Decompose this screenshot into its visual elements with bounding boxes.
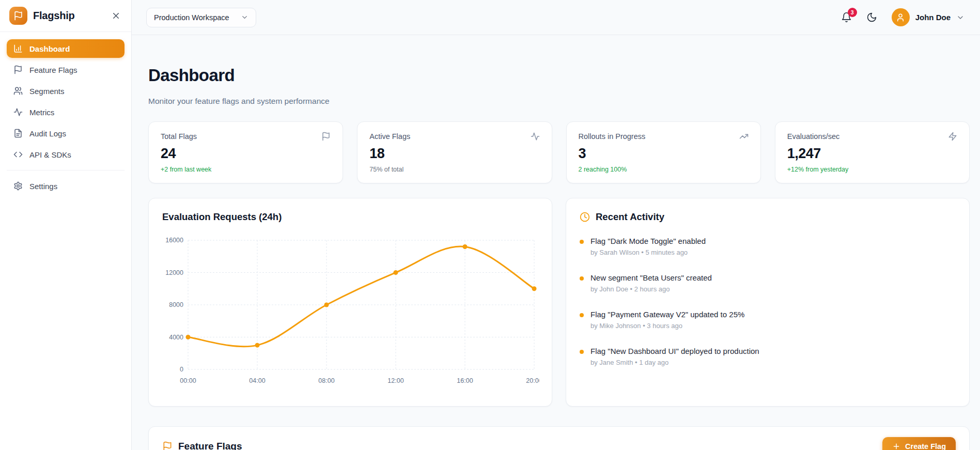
activity-dot-icon: [580, 276, 584, 281]
stat-card-rollouts: Rollouts in Progress 3 2 reaching 100%: [566, 121, 761, 183]
activity-text: New segment "Beta Users" created: [590, 273, 712, 282]
activity-text: Flag "Dark Mode Toggle" enabled: [590, 237, 706, 245]
sidebar-item-segments[interactable]: Segments: [7, 82, 125, 100]
svg-text:00:00: 00:00: [180, 377, 196, 384]
activity-meta: by John Doe • 2 hours ago: [590, 285, 712, 293]
svg-text:20:00: 20:00: [526, 377, 539, 384]
sidebar-item-label: Segments: [29, 87, 65, 96]
user-name: John Doe: [915, 13, 951, 22]
zap-icon: [948, 132, 957, 141]
flag-icon: [162, 441, 173, 450]
stat-label: Total Flags: [161, 132, 197, 141]
stat-value: 18: [369, 146, 539, 162]
flag-icon: [321, 132, 331, 141]
sidebar-item-metrics[interactable]: Metrics: [7, 103, 125, 121]
users-icon: [13, 86, 23, 96]
feature-flags-header: Feature Flags Create Flag: [162, 437, 956, 450]
create-flag-button[interactable]: Create Flag: [882, 437, 956, 450]
svg-text:16000: 16000: [165, 237, 183, 244]
activity-item: Flag "Dark Mode Toggle" enabled by Sarah…: [580, 237, 956, 256]
activity-meta: by Mike Johnson • 3 hours ago: [590, 322, 744, 330]
stat-value: 24: [161, 146, 331, 162]
gear-icon: [13, 181, 23, 191]
notifications-button[interactable]: 3: [841, 12, 852, 23]
svg-text:8000: 8000: [169, 301, 183, 308]
stat-card-total-flags: Total Flags 24 +2 from last week: [148, 121, 343, 183]
sidebar-item-label: Settings: [29, 182, 57, 191]
svg-text:4000: 4000: [169, 334, 183, 341]
activity-item: Flag "New Dashboard UI" deployed to prod…: [580, 347, 956, 366]
page-subtitle: Monitor your feature flags and system pe…: [148, 97, 970, 106]
sidebar-footer-nav: Settings: [0, 177, 131, 195]
activity-meta: by Jane Smith • 1 day ago: [590, 359, 759, 366]
avatar: [892, 8, 910, 26]
create-flag-label: Create Flag: [905, 442, 946, 450]
sidebar-item-label: API & SDKs: [29, 150, 71, 159]
close-icon: [111, 11, 121, 21]
moon-icon: [866, 12, 877, 23]
stat-subtext: +12% from yesterday: [787, 166, 957, 173]
flag-icon: [13, 11, 23, 21]
activity-list: Flag "Dark Mode Toggle" enabled by Sarah…: [580, 237, 956, 366]
activity-icon: [531, 132, 540, 141]
svg-text:12:00: 12:00: [387, 377, 403, 384]
activity-text: Flag "Payment Gateway V2" updated to 25%: [590, 310, 744, 319]
activity-dot-icon: [580, 240, 584, 244]
sidebar-item-label: Feature Flags: [29, 66, 77, 74]
stat-label: Active Flags: [369, 132, 410, 141]
dark-mode-toggle[interactable]: [866, 12, 877, 23]
sidebar-divider: [7, 170, 125, 170]
sidebar-close-button[interactable]: [110, 10, 122, 22]
feature-flags-panel: Feature Flags Create Flag: [148, 426, 970, 450]
sidebar-nav: Dashboard Feature Flags Segments Metrics…: [0, 32, 131, 164]
top-bar-actions: 3 John Doe: [841, 8, 965, 26]
stat-label: Evaluations/sec: [787, 132, 840, 141]
evaluation-requests-panel: Evaluation Requests (24h) 04000800012000…: [148, 198, 552, 407]
trending-up-icon: [739, 132, 749, 141]
stat-value: 3: [579, 146, 749, 162]
stat-subtext: 2 reaching 100%: [579, 166, 749, 173]
user-menu[interactable]: John Doe: [892, 8, 965, 26]
stat-label: Rollouts in Progress: [579, 132, 646, 141]
sidebar-item-label: Audit Logs: [29, 129, 66, 138]
code-icon: [13, 150, 23, 159]
sidebar-item-dashboard[interactable]: Dashboard: [7, 39, 125, 58]
feature-flags-title: Feature Flags: [178, 441, 242, 450]
activity-meta: by Sarah Wilson • 5 minutes ago: [590, 249, 706, 256]
sidebar-header: Flagship: [0, 0, 131, 32]
sidebar-item-feature-flags[interactable]: Feature Flags: [7, 60, 125, 79]
flag-icon: [13, 65, 23, 74]
svg-text:08:00: 08:00: [318, 377, 334, 384]
clock-icon: [580, 212, 590, 222]
stat-subtext: +2 from last week: [161, 166, 331, 173]
evaluation-requests-chart: 040008000120001600000:0004:0008:0012:001…: [162, 231, 539, 391]
notification-badge: 3: [848, 8, 857, 17]
sidebar-item-settings[interactable]: Settings: [7, 177, 125, 195]
sidebar-item-audit-logs[interactable]: Audit Logs: [7, 124, 125, 143]
recent-activity-title: Recent Activity: [596, 211, 664, 223]
activity-text: Flag "New Dashboard UI" deployed to prod…: [590, 347, 759, 355]
svg-text:16:00: 16:00: [457, 377, 473, 384]
sidebar-item-api-sdks[interactable]: API & SDKs: [7, 145, 125, 164]
recent-activity-panel: Recent Activity Flag "Dark Mode Toggle" …: [566, 198, 970, 407]
chevron-down-icon: [241, 13, 248, 21]
svg-text:0: 0: [180, 366, 183, 373]
stat-value: 1,247: [787, 146, 957, 162]
bar-chart-icon: [13, 44, 23, 53]
stats-row: Total Flags 24 +2 from last week Active …: [148, 121, 970, 183]
workspace-selector-value: Production Workspace: [154, 13, 229, 22]
plus-icon: [892, 442, 900, 450]
app-title: Flagship: [33, 10, 104, 22]
workspace-selector[interactable]: Production Workspace: [146, 8, 256, 27]
svg-text:04:00: 04:00: [249, 377, 265, 384]
page-title: Dashboard: [148, 66, 970, 85]
file-text-icon: [13, 129, 23, 138]
sidebar-item-label: Metrics: [29, 108, 54, 117]
main-content: Dashboard Monitor your feature flags and…: [132, 35, 980, 450]
stat-card-evaluations: Evaluations/sec 1,247 +12% from yesterda…: [775, 121, 970, 183]
stat-subtext: 75% of total: [369, 166, 539, 173]
activity-item: Flag "Payment Gateway V2" updated to 25%…: [580, 310, 956, 330]
user-icon: [896, 13, 905, 22]
chart-title: Evaluation Requests (24h): [162, 211, 538, 223]
top-bar: Production Workspace 3 John Doe: [132, 0, 980, 35]
